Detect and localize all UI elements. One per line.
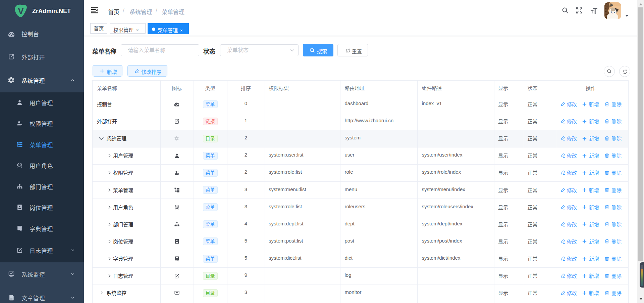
svg-text:V: V <box>18 6 23 16</box>
